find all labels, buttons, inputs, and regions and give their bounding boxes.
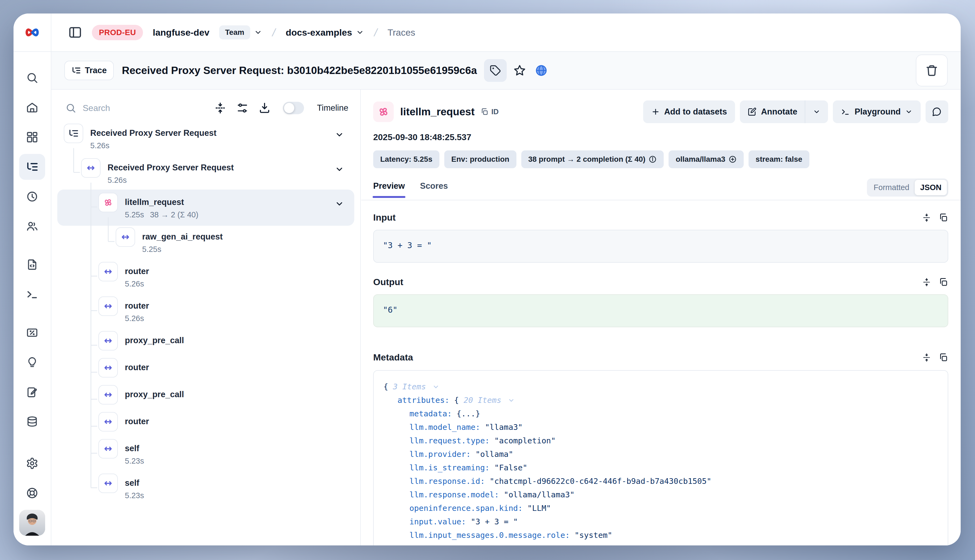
download-button[interactable] [258,101,272,115]
trace-tree-node[interactable]: router5.26s [51,266,360,289]
chevron-down-icon[interactable] [335,199,344,208]
public-share-button[interactable] [533,62,550,79]
project-switcher[interactable]: docs-examples [286,27,364,38]
chevron-down-icon [254,28,262,37]
input-value-box[interactable]: "3 + 3 = " [373,230,948,263]
metadata-json-viewer[interactable]: { 3 Items attributes: { 20 Items metadat… [373,370,948,545]
json-line: llm.request.type: "acompletion" [383,434,938,447]
collapse-section-icon[interactable] [922,213,932,222]
trace-tree-node[interactable]: self5.23s [51,477,360,501]
breadcrumb-current[interactable]: Traces [388,27,415,38]
observation-badge[interactable]: 38 prompt → 2 completion (Σ 40) [521,150,664,168]
trace-tree-node[interactable]: router [51,362,360,377]
comments-button[interactable] [926,100,948,123]
add-to-datasets-button[interactable]: Add to datasets [643,100,735,123]
trace-tree-node[interactable]: router [51,416,360,432]
litellm-icon [373,102,394,122]
chevron-down-icon[interactable] [335,165,344,174]
trace-header-row: Trace Received Proxy Server Request: b30… [51,52,961,90]
trace-tree-node[interactable]: litellm_request5.25s38 → 2 (Σ 40) [51,197,360,220]
json-line: llm.provider: "ollama" [383,447,938,461]
tag-button[interactable] [484,59,507,82]
user-avatar[interactable] [19,510,45,536]
trash-icon [926,64,938,77]
span-icon [99,331,118,350]
tree-settings-button[interactable] [235,101,249,115]
observation-badge[interactable]: Latency: 5.25s [373,150,440,168]
tree-search-input[interactable]: Search [65,103,205,113]
trace-tree-node[interactable]: proxy_pre_call [51,335,360,350]
trace-tree-node[interactable]: Received Proxy Server Request5.26s [51,162,360,185]
view-format-toggle: Formatted JSON [867,178,948,197]
sidebar-item-sessions[interactable] [19,183,45,210]
org-switcher[interactable]: Team [219,25,262,39]
span-icon [115,227,135,247]
collapse-section-icon[interactable] [922,353,932,362]
sidebar-item-insights[interactable] [19,349,45,375]
org-name[interactable]: langfuse-dev [153,27,209,38]
delete-trace-button[interactable] [916,55,948,87]
project-name: docs-examples [286,27,352,38]
sidebar-item-settings[interactable] [19,450,45,476]
bookmark-star-button[interactable] [511,62,528,79]
sidebar-item-tracing[interactable] [19,154,45,180]
sidebar-item-playground-terminal[interactable] [19,282,45,307]
json-line: input.value: "3 + 3 = " [383,515,938,528]
trace-tree: Received Proxy Server Request5.26sReceiv… [51,123,360,501]
span-icon [99,262,118,282]
sidebar-item-annotation[interactable] [19,379,45,405]
metadata-section-header: Metadata [373,352,948,363]
json-line: llm.response.model: "ollama/llama3" [383,488,938,502]
observation-badge[interactable]: Env: production [444,150,517,168]
tree-node-duration: 5.26s [107,175,234,185]
chevron-down-icon[interactable] [508,397,515,404]
sidebar-item-home[interactable] [19,95,45,120]
annotate-button[interactable]: Annotate [740,100,805,123]
chevron-down-icon [905,108,913,115]
collapse-all-button[interactable] [213,101,227,115]
langfuse-logo-icon[interactable] [25,25,40,40]
trace-tree-node[interactable]: router5.26s [51,300,360,323]
sidebar-item-prompts[interactable] [19,252,45,278]
annotate-dropdown-button[interactable] [805,100,828,123]
tab-preview[interactable]: Preview [373,181,405,198]
timeline-toggle[interactable] [283,102,304,114]
observation-badge[interactable]: ollama/llama3 [669,150,744,168]
search-placeholder: Search [83,103,110,113]
json-line: { 3 Items [383,380,938,393]
chevron-down-icon[interactable] [432,383,440,390]
copy-id-button[interactable]: ID [480,108,498,116]
chevron-down-icon[interactable] [335,130,344,139]
playground-button[interactable]: Playground [833,100,921,123]
icon-sidebar [13,52,51,545]
json-option[interactable]: JSON [915,180,947,195]
star-icon [513,64,526,77]
input-label: Input [373,212,396,223]
copy-icon[interactable] [938,213,948,222]
tab-scores[interactable]: Scores [420,181,448,198]
environment-badge: PROD-EU [92,25,143,40]
copy-icon[interactable] [938,277,948,287]
copy-icon[interactable] [938,353,948,362]
metadata-label: Metadata [373,352,413,363]
sidebar-item-evaluation[interactable] [19,320,45,346]
sidebar-item-datasets[interactable] [19,409,45,435]
tree-node-label: raw_gen_ai_request [142,231,222,242]
sidebar-item-dashboards[interactable] [19,124,45,150]
sidebar-toggle-icon[interactable] [68,25,82,39]
observation-badge[interactable]: stream: false [749,150,809,168]
trace-tree-node[interactable]: self5.23s [51,443,360,466]
trace-tree-node[interactable]: raw_gen_ai_request5.25s [51,231,360,254]
sidebar-item-support[interactable] [19,480,45,506]
sidebar-item-users[interactable] [19,213,45,239]
collapse-section-icon[interactable] [922,277,932,287]
input-section-header: Input [373,212,948,223]
span-icon [99,385,118,405]
trace-tree-icon [71,66,81,75]
trace-tree-node[interactable]: Received Proxy Server Request5.26s [51,127,360,151]
trace-tree-node[interactable]: proxy_pre_call [51,389,360,405]
sidebar-item-search[interactable] [19,65,45,91]
output-value-box[interactable]: "6" [373,294,948,327]
comment-bubble-icon [932,107,942,117]
formatted-option[interactable]: Formatted [868,180,915,195]
